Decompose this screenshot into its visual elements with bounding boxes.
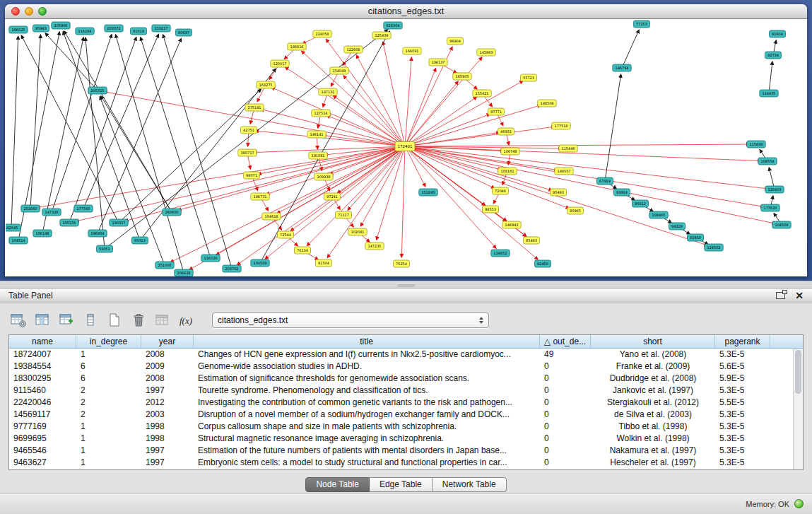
cell-in_degree[interactable]: 1 (76, 457, 141, 469)
graph-edge[interactable] (401, 146, 405, 257)
cell-out_de[interactable]: 0 (540, 421, 591, 433)
network-canvas[interactable]: 1660259594310590611628420337291019153217… (6, 20, 806, 276)
table-mode-icon[interactable] (8, 311, 28, 329)
graph-edge[interactable] (405, 57, 411, 146)
graph-node[interactable]: 76134 (295, 247, 311, 254)
cell-year[interactable]: 1998 (141, 433, 194, 445)
graph-node[interactable]: 156148 (33, 230, 52, 237)
cell-name[interactable]: 9465546 (9, 445, 76, 457)
minimize-window-button[interactable] (25, 7, 33, 16)
graph-edge[interactable] (405, 146, 570, 209)
graph-node[interactable]: 147328 (42, 209, 61, 216)
graph-edge[interactable] (405, 146, 761, 161)
cell-out_de[interactable]: 0 (540, 385, 591, 397)
graph-node[interactable]: 145863 (477, 49, 495, 56)
cell-year[interactable]: 1997 (141, 385, 194, 397)
graph-node[interactable]: 72046 (493, 187, 509, 194)
graph-node[interactable]: 116284 (76, 28, 94, 35)
graph-node[interactable]: 104509 (772, 221, 791, 228)
graph-node[interactable]: 91019 (131, 28, 147, 35)
graph-node[interactable]: 116020 (201, 255, 220, 262)
new-column-icon[interactable] (105, 311, 124, 329)
show-columns-icon[interactable] (33, 311, 52, 329)
delete-column-icon[interactable] (129, 311, 148, 329)
graph-node[interactable]: 818304 (384, 22, 402, 29)
cell-pagerank[interactable]: 5.3E-5 (715, 433, 770, 445)
graph-node[interactable]: 95812 (632, 200, 649, 207)
graph-node[interactable]: 92450 (535, 260, 551, 267)
graph-edge[interactable] (286, 67, 405, 146)
cell-in_degree[interactable]: 1 (76, 349, 141, 361)
cell-year[interactable]: 2012 (141, 397, 194, 409)
cell-title[interactable]: Investigating the contribution of common… (194, 397, 540, 409)
graph-edge[interactable] (405, 146, 775, 223)
divider-grip[interactable] (397, 283, 416, 287)
graph-node[interactable]: 42751 (241, 127, 257, 134)
graph-node[interactable]: 251660 (21, 205, 40, 212)
graph-node[interactable]: 187131 (319, 88, 337, 95)
graph-node[interactable]: 95013 (132, 237, 148, 244)
graph-node[interactable]: 205315 (88, 87, 107, 94)
graph-node[interactable]: 46931 (498, 128, 514, 135)
graph-node[interactable]: 77253 (634, 21, 650, 28)
cell-name[interactable]: 9777169 (9, 421, 76, 433)
cell-title[interactable]: Disruption of a novel member of a sodium… (194, 409, 540, 421)
graph-node[interactable]: 95493 (551, 189, 567, 196)
graph-node[interactable]: 108554 (758, 158, 777, 165)
table-row[interactable]: 969969511998Structural magnetic resonanc… (9, 433, 793, 445)
cell-out_de[interactable]: 0 (540, 397, 591, 409)
cell-pagerank[interactable]: 5.9E-5 (715, 373, 770, 385)
edit-columns-icon[interactable] (57, 311, 76, 329)
cell-title[interactable]: Structural magnetic resonance image aver… (194, 433, 540, 445)
network-window-titlebar[interactable]: citations_edges.txt (5, 4, 807, 19)
graph-node[interactable]: 104618 (262, 213, 281, 220)
table-selector[interactable]: citations_edges.txt (212, 313, 489, 328)
cell-out_de[interactable]: 0 (540, 445, 591, 457)
table-row[interactable]: 1456911722003Disruption of a novel membe… (9, 409, 793, 421)
graph-node[interactable]: 146794 (613, 64, 631, 71)
table-row[interactable]: 1830029562008Estimation of significance … (9, 373, 793, 385)
cell-pagerank[interactable]: 5.3E-5 (715, 457, 770, 469)
cell-title[interactable]: Embryonic stem cells: a model to study s… (194, 457, 540, 469)
graph-node[interactable]: 96904 (447, 37, 464, 45)
cell-short[interactable]: Hescheler et al. (1997) (591, 457, 715, 469)
cell-title[interactable]: Genome-wide association studies in ADHD. (194, 361, 540, 373)
graph-node[interactable]: 71117 (336, 211, 352, 218)
table-row[interactable]: 1938455462009Genome-wide association stu… (9, 361, 793, 373)
graph-edge[interactable] (326, 115, 405, 146)
row-mode-icon[interactable] (81, 311, 100, 329)
table-row[interactable]: 2242004622012Investigating the contribut… (9, 397, 793, 409)
graph-edge[interactable] (405, 68, 436, 146)
graph-edge[interactable] (277, 146, 405, 214)
graph-node[interactable]: 94228 (669, 223, 686, 230)
graph-node[interactable]: 155156 (60, 219, 78, 226)
graph-node[interactable]: 108161 (498, 168, 517, 175)
cell-in_degree[interactable]: 2 (76, 409, 141, 421)
graph-node[interactable]: 380717 (238, 149, 257, 156)
graph-node[interactable]: 260600 (163, 209, 181, 216)
graph-edge[interactable] (405, 146, 552, 190)
cell-out_de[interactable]: 0 (540, 373, 591, 385)
cell-short[interactable]: Stergiakouli et al. (2012) (591, 397, 715, 409)
graph-node[interactable]: 149557 (555, 168, 573, 175)
cell-name[interactable]: 9699695 (9, 433, 76, 445)
graph-node[interactable]: 147235 (365, 243, 384, 250)
cell-short[interactable]: Dudbridge et al. (2008) (591, 373, 715, 385)
graph-edge[interactable] (30, 35, 40, 209)
graph-node[interactable]: 80637 (176, 29, 192, 36)
cell-in_degree[interactable]: 1 (76, 433, 141, 445)
graph-node[interactable]: 153217 (152, 25, 170, 32)
cell-year[interactable]: 2008 (141, 373, 194, 385)
cell-year[interactable]: 1997 (141, 457, 194, 469)
cell-pagerank[interactable]: 5.6E-5 (715, 361, 770, 373)
graph-node[interactable]: 105906 (52, 22, 70, 29)
graph-edge[interactable] (101, 96, 172, 212)
graph-edge[interactable] (76, 146, 405, 221)
graph-node[interactable]: 114435 (760, 90, 778, 97)
table-row[interactable]: 946362711997Embryonic stem cells: a mode… (9, 457, 793, 469)
column-header-name[interactable]: name (9, 335, 76, 348)
column-header-out_de[interactable]: △ out_de... (540, 335, 591, 348)
graph-node[interactable]: 108465 (649, 211, 668, 218)
table-row[interactable]: 911546021997Tourette syndrome. Phenomeno… (9, 385, 793, 397)
tab-edge-table[interactable]: Edge Table (370, 477, 433, 492)
